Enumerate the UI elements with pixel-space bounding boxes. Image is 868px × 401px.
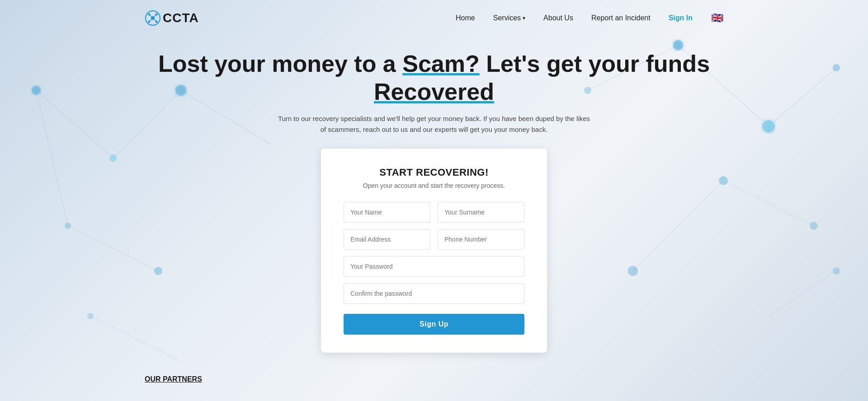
- navbar: CCTA Home Services ▾ About Us Report an …: [0, 0, 868, 36]
- svg-line-33: [153, 14, 156, 18]
- chevron-down-icon: ▾: [523, 15, 525, 21]
- partners-link[interactable]: OUR PARTNERS: [145, 375, 202, 383]
- password-row: [344, 256, 524, 277]
- svg-line-32: [149, 14, 153, 18]
- signup-form: Sign Up: [344, 202, 524, 335]
- email-input[interactable]: [344, 229, 430, 250]
- hero-title-part1: Lost your money to a: [158, 51, 402, 77]
- email-phone-row: [344, 229, 524, 250]
- hero-title-recovered: Recovered: [374, 79, 494, 105]
- partners-section: OUR PARTNERS: [0, 362, 868, 383]
- nav-home[interactable]: Home: [456, 14, 475, 22]
- about-link[interactable]: About Us: [543, 14, 573, 22]
- nav-about[interactable]: About Us: [543, 14, 573, 22]
- password-input[interactable]: [344, 256, 524, 277]
- hero-title-part2: Let's get your funds: [480, 51, 710, 77]
- surname-input[interactable]: [438, 202, 524, 223]
- uk-flag-icon[interactable]: 🇬🇧: [711, 14, 723, 23]
- logo: CCTA: [145, 10, 199, 26]
- hero-title: Lost your money to a Scam? Let's get you…: [9, 50, 859, 106]
- signup-button[interactable]: Sign Up: [344, 314, 524, 335]
- language-selector[interactable]: 🇬🇧: [711, 14, 723, 23]
- signup-form-card: START RECOVERING! Open your account and …: [321, 149, 547, 353]
- form-subtitle: Open your account and start the recovery…: [344, 182, 524, 189]
- signin-link[interactable]: Sign In: [669, 14, 693, 22]
- home-link[interactable]: Home: [456, 14, 475, 22]
- nav-report[interactable]: Report an Incident: [591, 14, 651, 22]
- logo-icon: [145, 10, 161, 26]
- nav-services[interactable]: Services ▾: [493, 14, 525, 22]
- logo-text: CCTA: [163, 11, 199, 25]
- hero-title-scam: Scam?: [402, 51, 480, 77]
- phone-input[interactable]: [438, 229, 524, 250]
- nav-menu: Home Services ▾ About Us Report an Incid…: [456, 14, 723, 23]
- confirm-password-row: [344, 283, 524, 304]
- nav-signin[interactable]: Sign In: [669, 14, 693, 22]
- page-wrapper: CCTA Home Services ▾ About Us Report an …: [0, 0, 868, 401]
- svg-line-35: [153, 18, 156, 22]
- main-content: CCTA Home Services ▾ About Us Report an …: [0, 0, 868, 383]
- services-link[interactable]: Services ▾: [493, 14, 525, 22]
- form-title: START RECOVERING!: [344, 167, 524, 178]
- name-row: [344, 202, 524, 223]
- confirm-password-input[interactable]: [344, 283, 524, 304]
- hero-subtitle: Turn to our recovery specialists and we'…: [276, 113, 592, 135]
- name-input[interactable]: [344, 202, 430, 223]
- hero-section: Lost your money to a Scam? Let's get you…: [0, 36, 868, 362]
- report-link[interactable]: Report an Incident: [591, 14, 651, 22]
- svg-line-34: [149, 18, 153, 22]
